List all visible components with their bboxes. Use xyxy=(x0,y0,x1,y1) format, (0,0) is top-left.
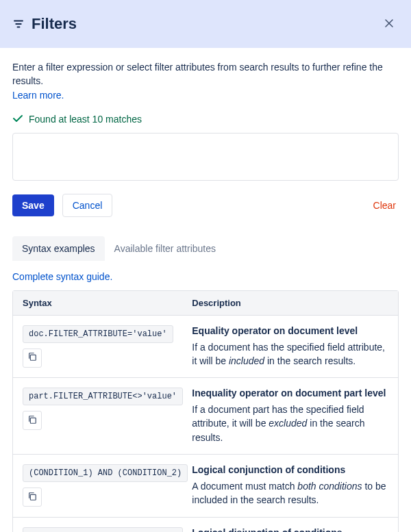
code-snippet: (CONDITION_1) AND (CONDITION_2) xyxy=(23,464,188,482)
description-cell: Equality operator on document level If a… xyxy=(182,325,398,368)
syntax-cell: (CONDITION_1) AND (CONDITION_2) xyxy=(13,464,182,507)
svg-rect-7 xyxy=(30,494,36,500)
filter-icon xyxy=(12,18,25,30)
description-title: Inequality operator on document part lev… xyxy=(192,388,388,398)
table-header: Syntax Description xyxy=(13,291,398,316)
copy-button[interactable] xyxy=(23,349,42,368)
syntax-cell: part.FILTER_ATTRIBUTE<>'value' xyxy=(13,388,182,444)
cancel-button[interactable]: Cancel xyxy=(62,194,113,217)
code-snippet: part.FILTER_ATTRIBUTE<>'value' xyxy=(23,388,183,405)
intro-text: Enter a filter expression or select filt… xyxy=(12,60,399,88)
description-text: A document must match both conditions to… xyxy=(192,479,388,507)
page-title: Filters xyxy=(32,15,77,33)
description-cell: Logical disjunction of conditions A docu… xyxy=(182,527,398,532)
syntax-table: Syntax Description doc.FILTER_ATTRIBUTE=… xyxy=(12,290,399,532)
close-icon xyxy=(385,18,393,29)
col-header-description: Description xyxy=(182,291,398,315)
svg-rect-6 xyxy=(30,418,36,423)
tabs: Syntax examples Available filter attribu… xyxy=(12,236,399,262)
description-title: Equality operator on document level xyxy=(192,325,388,336)
code-snippet: (CONDITION_1) OR (CONDITION_2) xyxy=(23,527,183,532)
copy-button[interactable] xyxy=(23,487,42,507)
syntax-cell: (CONDITION_1) OR (CONDITION_2) xyxy=(13,527,182,532)
dialog-content: Enter a filter expression or select filt… xyxy=(0,48,411,532)
description-title: Logical disjunction of conditions xyxy=(192,527,388,532)
close-button[interactable] xyxy=(379,15,399,33)
col-header-syntax: Syntax xyxy=(13,291,182,315)
svg-rect-5 xyxy=(30,355,36,360)
check-icon xyxy=(12,113,23,126)
syntax-guide-link[interactable]: Complete syntax guide. xyxy=(12,271,112,282)
save-button[interactable]: Save xyxy=(12,194,54,216)
table-row: doc.FILTER_ATTRIBUTE='value' Equality op… xyxy=(13,316,398,379)
description-text: If a document part has the specified fie… xyxy=(192,403,388,444)
description-text: If a document has the specified field at… xyxy=(192,340,388,368)
filter-expression-input[interactable] xyxy=(12,133,399,181)
clear-button[interactable]: Clear xyxy=(371,194,399,216)
tab-available-attributes[interactable]: Available filter attributes xyxy=(105,236,225,261)
table-row: (CONDITION_1) OR (CONDITION_2) Logical d… xyxy=(13,518,398,532)
copy-button[interactable] xyxy=(23,411,42,430)
status-text: Found at least 10 matches xyxy=(29,114,142,125)
description-cell: Logical conjunction of conditions A docu… xyxy=(182,464,398,507)
copy-icon xyxy=(27,492,37,503)
tab-syntax-examples[interactable]: Syntax examples xyxy=(12,236,105,261)
learn-more-link[interactable]: Learn more. xyxy=(12,90,64,101)
description-cell: Inequality operator on document part lev… xyxy=(182,388,398,444)
status-message: Found at least 10 matches xyxy=(12,113,399,126)
dialog-header: Filters xyxy=(0,0,411,48)
description-title: Logical conjunction of conditions xyxy=(192,464,388,475)
button-row: Save Cancel Clear xyxy=(12,194,399,217)
copy-icon xyxy=(27,352,37,364)
code-snippet: doc.FILTER_ATTRIBUTE='value' xyxy=(23,325,173,343)
syntax-cell: doc.FILTER_ATTRIBUTE='value' xyxy=(13,325,182,368)
header-left: Filters xyxy=(12,15,77,33)
copy-icon xyxy=(27,415,37,427)
table-row: part.FILTER_ATTRIBUTE<>'value' Inequalit… xyxy=(13,378,398,455)
table-row: (CONDITION_1) AND (CONDITION_2) Logical … xyxy=(13,455,398,518)
